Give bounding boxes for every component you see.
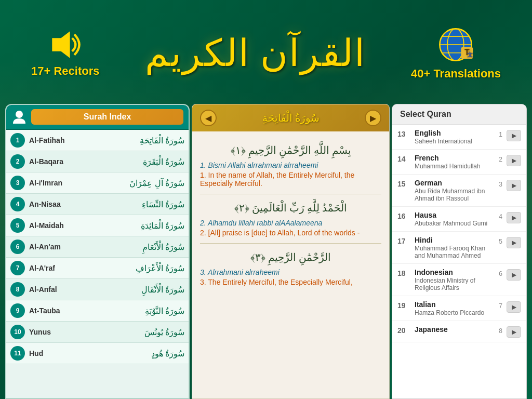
surah-number: 4 — [10, 197, 25, 211]
translation-language: French — [415, 154, 490, 162]
header: 17+ Recitors القرآن الكريم T 文 40+ Trans… — [0, 0, 532, 104]
surah-name-arabic: سُورَةُ الْمَائِدَةِ — [109, 221, 185, 231]
surah-name-english: Al-A'raf — [29, 264, 105, 272]
user-icon — [11, 109, 27, 125]
audio-button[interactable]: ▶ — [507, 180, 521, 191]
translation-author: Hamza Roberto Piccardo — [415, 309, 490, 316]
translation-number: 15 — [397, 179, 410, 188]
surah-number: 9 — [10, 303, 25, 318]
surah-item[interactable]: 7 Al-A'raf سُورَةُ الْأَعْرَافِ — [6, 258, 189, 279]
surah-name-arabic: سُورَةُ يُونُسَ — [109, 327, 185, 337]
translation-item[interactable]: 16 Hausa Abubakar Mahmoud Gumi 4 ▶ — [392, 207, 526, 232]
ayah-transliteration: 2. Alhamdu lillahi rabbi alAAalameena — [200, 219, 381, 227]
select-quran-title: Select Quran — [392, 104, 526, 125]
surah-item[interactable]: 11 Hud سُورَةُ هُودٍ — [6, 343, 189, 364]
surah-name-english: Yunus — [29, 328, 105, 336]
translation-item[interactable]: 18 Indonesian Indonesian Ministry of Rel… — [392, 264, 526, 296]
translation-author: Muhammad Hamidullah — [415, 163, 490, 170]
surah-name-arabic: سُورَةُ الْأَنْفَالِ — [109, 285, 185, 295]
surah-item[interactable]: 5 Al-Maidah سُورَةُ الْمَائِدَةِ — [6, 215, 189, 236]
translation-item[interactable]: 20 Japanese 8 ▶ — [392, 321, 526, 342]
translation-language: Japanese — [415, 325, 490, 334]
surah-name-english: Al-Fatihah — [29, 136, 105, 144]
ayah-block: بِسْمِ اللَّهِ الرَّحْمَٰنِ الرَّحِيمِ ﴿… — [200, 142, 381, 188]
row-number: 3 — [495, 179, 502, 188]
surah-name-english: Al-i'Imran — [29, 179, 105, 187]
ayah-arabic: الرَّحْمَٰنِ الرَّحِيمِ ﴿٣﴾ — [200, 249, 381, 265]
surah-name-arabic: سُورَةُ الْبَقَرَةِ — [109, 157, 185, 167]
surah-name-arabic: سُورَةُ آلِ عِمْرَانَ — [109, 178, 185, 188]
surah-name-arabic: سُورَةُ هُودٍ — [109, 349, 185, 358]
translation-author: Muhammad Farooq Khan and Muhammad Ahmed — [415, 245, 490, 259]
ayah-divider — [200, 243, 381, 244]
audio-button[interactable]: ▶ — [507, 212, 521, 223]
surah-index-title: Surah Index — [31, 109, 183, 125]
translation-info: Japanese — [415, 325, 490, 334]
translation-info: German Abu Rida Muhammad ibn Ahmad ibn R… — [415, 179, 490, 202]
translation-item[interactable]: 13 English Saheeh International 1 ▶ — [392, 125, 526, 150]
surah-item[interactable]: 2 Al-Baqara سُورَةُ الْبَقَرَةِ — [6, 151, 189, 172]
translation-info: Hausa Abubakar Mahmoud Gumi — [415, 211, 490, 227]
quran-title: القرآن الكريم — [145, 31, 366, 75]
surah-arabic-nav-title: سُورَةُ الْفَاتِحَةِ — [262, 112, 320, 124]
speaker-icon — [47, 29, 84, 60]
translation-language: English — [415, 129, 490, 137]
translation-item[interactable]: 17 Hindi Muhammad Farooq Khan and Muhamm… — [392, 232, 526, 264]
title-area: القرآن الكريم — [99, 31, 411, 75]
ayah-arabic: الْحَمْدُ لِلَّهِ رَبِّ الْعَالَمِينَ ﴿٢… — [200, 200, 381, 216]
surah-panel: Surah Index 1 Al-Fatihah سُورَةُ الْفَات… — [5, 104, 190, 399]
surah-item[interactable]: 10 Yunus سُورَةُ يُونُسَ — [6, 322, 189, 343]
surah-item[interactable]: 9 At-Tauba سُورَةُ التَّوْبَةِ — [6, 300, 189, 322]
translation-number: 18 — [397, 268, 410, 277]
audio-button[interactable]: ▶ — [507, 155, 521, 166]
surah-name-english: Al-Maidah — [29, 221, 105, 230]
next-button[interactable]: ▶ — [365, 110, 381, 126]
translation-list[interactable]: 13 English Saheeh International 1 ▶ 14 F… — [392, 125, 526, 398]
surah-header: Surah Index — [6, 105, 189, 130]
translations-label: 40+ Translations — [411, 67, 501, 81]
translation-language: German — [415, 179, 490, 187]
translation-number: 16 — [397, 211, 410, 220]
surah-number: 3 — [10, 176, 25, 190]
quran-content[interactable]: بِسْمِ اللَّهِ الرَّحْمَٰنِ الرَّحِيمِ ﴿… — [192, 131, 389, 398]
quran-panel: ◀ سُورَةُ الْفَاتِحَةِ ▶ بِسْمِ اللَّهِ … — [192, 104, 390, 399]
audio-button[interactable]: ▶ — [507, 237, 521, 248]
audio-button[interactable]: ▶ — [507, 269, 521, 281]
ayah-transliteration: 1. Bismi Allahi alrrahmani alrraheemi — [200, 161, 381, 169]
surah-name-english: Al-An'am — [29, 243, 105, 251]
translation-info: Italian Hamza Roberto Piccardo — [415, 300, 490, 316]
row-number: 6 — [495, 268, 502, 277]
surah-item[interactable]: 3 Al-i'Imran سُورَةُ آلِ عِمْرَانَ — [6, 172, 189, 194]
audio-button[interactable]: ▶ — [507, 130, 521, 141]
row-number: 4 — [495, 211, 502, 220]
ayah-translation: 2. [All] praise is [due] to Allah, Lord … — [200, 229, 381, 237]
row-number: 8 — [495, 325, 502, 335]
translation-number: 14 — [397, 154, 410, 163]
surah-name-english: At-Tauba — [29, 307, 105, 315]
prev-button[interactable]: ◀ — [200, 110, 217, 126]
surah-item[interactable]: 4 An-Nisaa سُورَةُ النِّسَاءِ — [6, 194, 189, 215]
surah-name-english: Hud — [29, 349, 105, 357]
surah-number: 8 — [10, 282, 25, 297]
surah-number: 10 — [10, 325, 25, 339]
translation-item[interactable]: 14 French Muhammad Hamidullah 2 ▶ — [392, 150, 526, 175]
recitors-section: 17+ Recitors — [31, 29, 99, 78]
translation-number: 19 — [397, 300, 410, 310]
surah-item[interactable]: 8 Al-Anfal سُورَةُ الْأَنْفَالِ — [6, 279, 189, 300]
translation-author: Saheeh International — [415, 138, 490, 145]
audio-button[interactable]: ▶ — [507, 326, 521, 338]
surah-number: 11 — [10, 346, 25, 361]
ayah-divider — [200, 194, 381, 194]
ayah-translation: 3. The Entirely Merciful, the Especially… — [200, 278, 381, 286]
surah-item[interactable]: 1 Al-Fatihah سُورَةُ الْفَاتِحَةِ — [6, 130, 189, 151]
surah-name-english: Al-Anfal — [29, 285, 105, 294]
translation-item[interactable]: 15 German Abu Rida Muhammad ibn Ahmad ib… — [392, 175, 526, 207]
surah-item[interactable]: 6 Al-An'am سُورَةُ الْأَنْعَامِ — [6, 236, 189, 258]
surah-name-arabic: سُورَةُ النِّسَاءِ — [109, 200, 185, 209]
audio-button[interactable]: ▶ — [507, 301, 521, 313]
recitors-label: 17+ Recitors — [31, 64, 99, 78]
surah-list[interactable]: 1 Al-Fatihah سُورَةُ الْفَاتِحَةِ 2 Al-B… — [6, 130, 189, 397]
surah-number: 1 — [10, 133, 25, 148]
surah-name-arabic: سُورَةُ الْأَنْعَامِ — [109, 242, 185, 252]
translation-item[interactable]: 19 Italian Hamza Roberto Piccardo 7 ▶ — [392, 296, 526, 321]
